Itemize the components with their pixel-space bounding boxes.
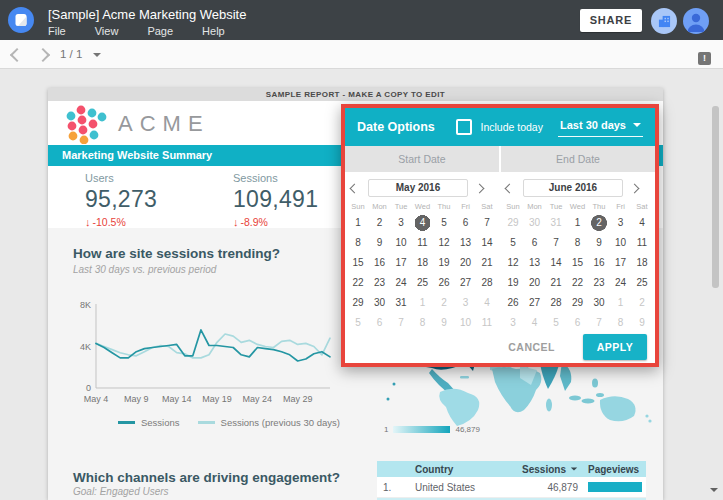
calendar-day[interactable]: 7	[390, 313, 412, 333]
calendar-day[interactable]: 2	[433, 293, 455, 313]
calendar-day[interactable]: 30	[369, 293, 391, 313]
page-indicator[interactable]: 1 / 1	[60, 48, 82, 60]
calendar-day[interactable]: 29	[347, 293, 369, 313]
calendar-day[interactable]: 8	[610, 313, 632, 333]
calendar-day[interactable]: 26	[502, 293, 524, 313]
calendar-day[interactable]: 7	[476, 213, 498, 233]
calendar-day[interactable]: 24	[390, 273, 412, 293]
calendar-day[interactable]: 19	[502, 273, 524, 293]
data-studio-logo-icon[interactable]	[8, 7, 34, 33]
calendar-day[interactable]: 31	[545, 213, 567, 233]
calendar-day[interactable]: 10	[455, 313, 477, 333]
calendar-day[interactable]: 5	[433, 213, 455, 233]
calendar-day[interactable]: 17	[610, 253, 632, 273]
calendar-day[interactable]: 9	[631, 313, 653, 333]
calendar-day[interactable]: 27	[455, 273, 477, 293]
apply-button[interactable]: APPLY	[583, 334, 647, 360]
calendar-day[interactable]: 31	[390, 293, 412, 313]
calendar-day[interactable]: 6	[524, 233, 546, 253]
calendar-day[interactable]: 26	[433, 273, 455, 293]
calendar-day[interactable]: 9	[433, 313, 455, 333]
calendar-day[interactable]: 23	[369, 273, 391, 293]
page-dropdown-icon[interactable]	[93, 53, 101, 57]
calendar-day[interactable]: 3	[610, 213, 632, 233]
month-label[interactable]: June 2016	[523, 179, 623, 197]
calendar-day[interactable]: 16	[588, 253, 610, 273]
calendar-day[interactable]: 11	[476, 313, 498, 333]
user-avatar[interactable]	[683, 8, 709, 34]
calendar-day[interactable]: 2	[369, 213, 391, 233]
prev-month-icon[interactable]	[350, 183, 360, 193]
calendar-day[interactable]: 24	[610, 273, 632, 293]
menu-help[interactable]: Help	[202, 25, 225, 37]
calendar-day[interactable]: 5	[502, 233, 524, 253]
calendar-day[interactable]: 9	[588, 233, 610, 253]
vertical-scrollbar[interactable]	[712, 106, 719, 288]
col-sessions[interactable]: Sessions	[511, 464, 582, 475]
feedback-icon[interactable]: !	[698, 52, 711, 65]
calendar-day[interactable]: 1	[412, 293, 434, 313]
calendar-day[interactable]: 1	[347, 213, 369, 233]
calendar-day[interactable]: 6	[567, 313, 589, 333]
calendar-day[interactable]: 8	[412, 313, 434, 333]
calendar-day[interactable]: 13	[524, 253, 546, 273]
calendar-day[interactable]: 12	[502, 253, 524, 273]
calendar-day[interactable]: 2	[631, 293, 653, 313]
calendar-day[interactable]: 30	[588, 293, 610, 313]
calendar-day[interactable]: 10	[610, 233, 632, 253]
calendar-day[interactable]: 22	[347, 273, 369, 293]
month-label[interactable]: May 2016	[368, 179, 468, 197]
calendar-day[interactable]: 12	[433, 233, 455, 253]
tab-start-date[interactable]: Start Date	[345, 146, 499, 172]
calendar-day[interactable]: 29	[567, 293, 589, 313]
calendar-day[interactable]: 6	[455, 213, 477, 233]
calendar-day[interactable]: 5	[545, 313, 567, 333]
calendar-day[interactable]: 8	[567, 233, 589, 253]
sessions-line-chart[interactable]: 8K4K0May 4May 9May 14May 19May 24May 29	[78, 300, 340, 412]
menu-file[interactable]: File	[48, 25, 66, 37]
calendar-day[interactable]: 19	[433, 253, 455, 273]
calendar-day[interactable]: 4	[524, 313, 546, 333]
calendar-day[interactable]: 3	[455, 293, 477, 313]
prev-month-icon[interactable]	[505, 183, 515, 193]
calendar-day[interactable]: 6	[369, 313, 391, 333]
calendar-day[interactable]: 3	[502, 313, 524, 333]
calendar-day[interactable]: 15	[567, 253, 589, 273]
calendar-day[interactable]: 16	[369, 253, 391, 273]
date-range-select[interactable]: Last 30 days	[558, 117, 643, 137]
calendar-day[interactable]: 3	[390, 213, 412, 233]
menu-page[interactable]: Page	[147, 25, 173, 37]
calendar-day[interactable]: 18	[631, 253, 653, 273]
scroll-down-icon[interactable]	[710, 488, 718, 492]
calendar-day[interactable]: 1	[610, 293, 632, 313]
calendar-day[interactable]: 28	[545, 293, 567, 313]
calendar-day[interactable]: 7	[588, 313, 610, 333]
calendar-day[interactable]: 5	[347, 313, 369, 333]
calendar-day[interactable]: 17	[390, 253, 412, 273]
calendar-day[interactable]: 21	[545, 273, 567, 293]
tab-end-date[interactable]: End Date	[499, 146, 655, 172]
calendar-day[interactable]: 23	[588, 273, 610, 293]
calendar-day[interactable]: 11	[412, 233, 434, 253]
calendar-day[interactable]: 14	[545, 253, 567, 273]
calendar-day[interactable]: 14	[476, 233, 498, 253]
calendar-day[interactable]: 25	[412, 273, 434, 293]
share-button[interactable]: SHARE	[580, 9, 642, 32]
calendar-day[interactable]: 21	[476, 253, 498, 273]
calendar-day[interactable]: 7	[545, 233, 567, 253]
next-month-icon[interactable]	[475, 183, 485, 193]
next-month-icon[interactable]	[630, 183, 640, 193]
calendar-day[interactable]: 1	[567, 213, 589, 233]
col-country[interactable]: Country	[403, 464, 511, 475]
calendar-day[interactable]: 4	[476, 293, 498, 313]
calendar-day[interactable]: 2	[588, 213, 610, 233]
next-page-icon[interactable]	[36, 48, 50, 62]
include-today-checkbox[interactable]	[456, 119, 472, 135]
calendar-day[interactable]: 8	[347, 233, 369, 253]
calendar-day[interactable]: 11	[631, 233, 653, 253]
calendar-day[interactable]: 18	[412, 253, 434, 273]
calendar-day[interactable]: 13	[455, 233, 477, 253]
calendar-day[interactable]: 25	[631, 273, 653, 293]
calendar-day[interactable]: 10	[390, 233, 412, 253]
calendar-day[interactable]: 20	[524, 273, 546, 293]
